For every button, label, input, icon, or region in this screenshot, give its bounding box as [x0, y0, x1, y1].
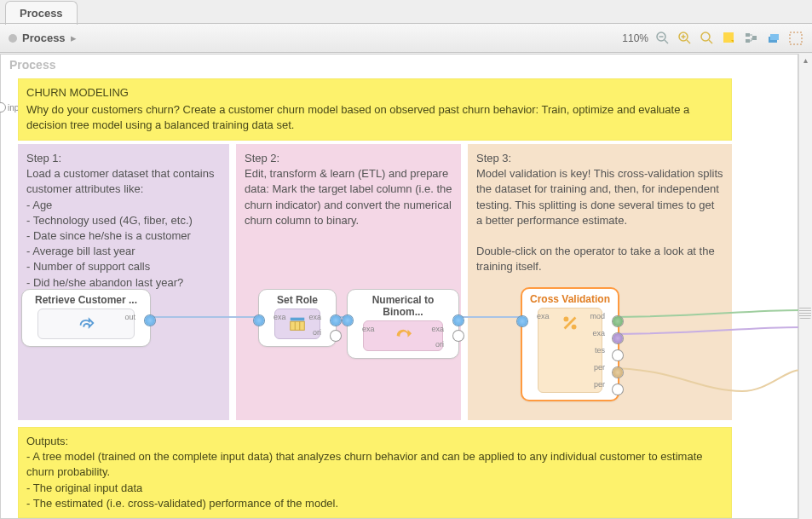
svg-rect-16	[291, 318, 305, 321]
svg-line-4	[687, 40, 690, 43]
breadcrumb[interactable]: Process ▸	[9, 32, 77, 44]
table-icon	[288, 314, 307, 333]
port-label-cv-tes: tes	[595, 346, 605, 355]
sticky-note-icon[interactable]	[722, 31, 737, 46]
note-step2[interactable]: Step 2: Edit, transform & learn (ETL) an…	[236, 144, 461, 420]
port-n2b-ori[interactable]	[453, 331, 464, 341]
tab-line	[0, 23, 812, 24]
note-step3-title: Step 3:	[476, 151, 723, 166]
port-setrole-in[interactable]	[254, 315, 264, 326]
note-step3-body1: Model validation is key! This cross-vali…	[476, 166, 723, 228]
svg-rect-15	[790, 32, 802, 44]
note-outputs[interactable]: Outputs: - A tree model (trained on the …	[18, 427, 732, 518]
svg-rect-14	[770, 34, 779, 40]
svg-point-7	[701, 32, 710, 41]
note-step1-title: Step 1:	[26, 151, 221, 166]
operator-cv-title: Cross Validation	[522, 289, 618, 308]
port-label-cv-per2: per	[594, 380, 605, 389]
side-handle-icon[interactable]	[799, 307, 811, 319]
port-label-exa-in: exa	[274, 313, 286, 321]
auto-arrange-icon[interactable]	[744, 31, 759, 46]
arrow-curve-icon	[77, 314, 95, 333]
port-label-exa-out2: exa	[431, 325, 444, 333]
port-setrole-ori[interactable]	[331, 331, 341, 341]
note-step3-body2: Double-click on the operator to take a l…	[476, 244, 723, 274]
breadcrumb-dot-icon	[9, 34, 17, 43]
port-label-cv-per1: per	[594, 363, 605, 372]
svg-rect-17	[291, 321, 305, 330]
port-setrole-exa[interactable]	[331, 315, 341, 326]
operator-num-to-binom[interactable]: Numerical to Binom... exa exa ori	[347, 289, 459, 359]
vertical-scrollbar[interactable]: ▴	[798, 54, 812, 519]
note-step2-body: Edit, transform & learn (ETL) and prepar…	[245, 166, 452, 228]
scroll-up-icon[interactable]: ▴	[800, 55, 812, 66]
port-cv-in[interactable]	[517, 316, 527, 326]
operator-num-to-binom-title: Numerical to Binom...	[348, 290, 458, 320]
port-retrieve-out[interactable]	[145, 315, 155, 326]
port-cv-tes[interactable]	[613, 350, 623, 360]
note-outputs-title: Outputs:	[26, 434, 723, 449]
zoom-out-icon[interactable]	[655, 31, 671, 46]
canvas-title: Process	[9, 58, 55, 72]
svg-line-1	[665, 40, 668, 43]
layers-icon[interactable]	[766, 31, 781, 46]
port-label-exa-out: exa	[308, 313, 321, 321]
note-header[interactable]: CHURN MODELING Why do your customers chu…	[18, 78, 732, 141]
toolbar: Process ▸ 110%	[0, 24, 812, 53]
svg-rect-10	[746, 33, 750, 37]
operator-set-role[interactable]: Set Role exa exa ori	[258, 289, 337, 347]
note-outputs-body: - A tree model (trained on the complete …	[26, 449, 723, 511]
port-label-cv-in: exa	[537, 312, 550, 320]
port-label-cv-exa: exa	[592, 329, 605, 337]
percent-icon	[561, 314, 579, 332]
port-label-exa-in2: exa	[362, 325, 375, 333]
port-label-out: out	[124, 313, 135, 321]
tab-process[interactable]: Process	[5, 1, 78, 25]
port-label-cv-mod: mod	[590, 312, 605, 320]
transform-icon	[394, 326, 412, 345]
svg-rect-12	[752, 36, 757, 40]
operator-retrieve[interactable]: Retrieve Customer ... out	[21, 289, 151, 347]
svg-point-20	[563, 316, 568, 321]
zoom-fit-icon[interactable]	[700, 31, 715, 46]
operator-cross-validation[interactable]: Cross Validation exa mod exa tes per per	[521, 287, 619, 401]
process-canvas[interactable]: Process inp CHURN MODELING Why do your c…	[0, 54, 798, 519]
breadcrumb-arrow-icon: ▸	[71, 32, 77, 44]
grid-icon[interactable]	[788, 31, 803, 46]
svg-line-8	[709, 40, 712, 43]
port-n2b-in[interactable]	[343, 315, 353, 326]
port-label-ori-out2: ori	[435, 340, 444, 349]
port-cv-mod[interactable]	[613, 316, 623, 326]
port-n2b-exa[interactable]	[453, 315, 464, 326]
operator-retrieve-title: Retrieve Customer ...	[22, 290, 150, 309]
process-input-port[interactable]: inp	[0, 102, 19, 112]
note-step1[interactable]: Step 1: Load a customer dataset that con…	[18, 144, 229, 420]
port-cv-per1[interactable]	[613, 367, 623, 378]
operator-set-role-title: Set Role	[259, 290, 336, 309]
note-step2-title: Step 2:	[245, 151, 452, 166]
zoom-in-icon[interactable]	[677, 31, 693, 46]
zoom-level: 110%	[622, 32, 648, 44]
note-step1-body: Load a customer dataset that contains cu…	[26, 166, 221, 291]
note-header-title: CHURN MODELING	[26, 85, 723, 101]
port-label-ori-out: ori	[313, 328, 321, 337]
svg-point-21	[572, 325, 577, 330]
port-cv-per2[interactable]	[613, 384, 623, 395]
svg-rect-11	[746, 39, 750, 43]
note-header-body: Why do your customers churn? Create a cu…	[26, 102, 723, 133]
port-cv-exa[interactable]	[613, 333, 623, 343]
breadcrumb-label: Process	[22, 32, 66, 44]
